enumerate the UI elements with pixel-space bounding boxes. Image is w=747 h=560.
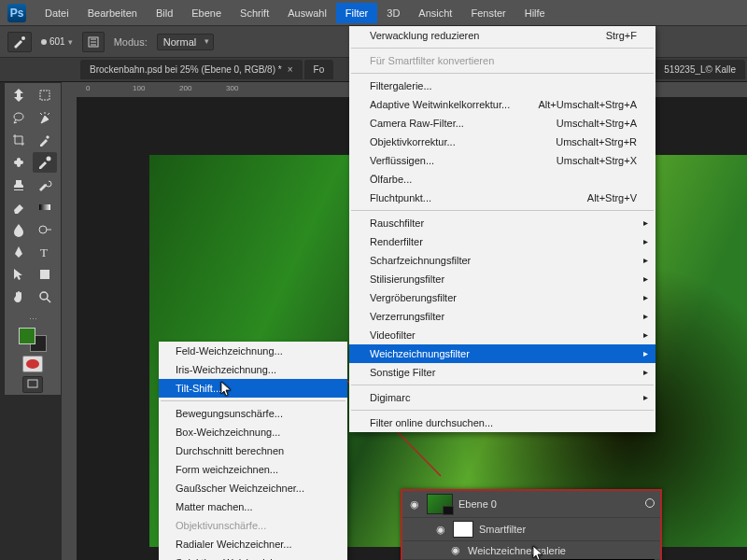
smart-object-icon (645, 498, 655, 510)
menuitem-oilpaint[interactable]: Ölfarbe... (349, 170, 655, 189)
modus-select[interactable]: Normal (157, 34, 214, 50)
menuitem-camera-raw[interactable]: Camera Raw-Filter...Umschalt+Strg+A (349, 114, 655, 133)
filter-menu: Verwacklung reduzierenStrg+F Für Smartfi… (349, 26, 655, 432)
menuitem-other[interactable]: Sonstige Filter (349, 363, 655, 382)
close-icon[interactable]: × (288, 64, 293, 75)
svg-point-6 (47, 157, 51, 161)
menuitem-browse-online[interactable]: Filter online durchsuchen... (349, 413, 655, 432)
svg-rect-10 (40, 270, 49, 279)
brush-tool[interactable] (33, 152, 57, 173)
submenu-average[interactable]: Durchschnitt berechnen (159, 441, 347, 460)
menu-ebene[interactable]: Ebene (182, 3, 231, 23)
tab-third[interactable]: 519235_L© Kalle (655, 60, 745, 79)
menu-fenster[interactable]: Fenster (461, 3, 514, 23)
eraser-tool[interactable] (7, 197, 31, 217)
history-brush-tool[interactable] (33, 175, 57, 195)
shape-tool[interactable] (33, 264, 57, 285)
marquee-tool[interactable] (33, 85, 57, 105)
tab-brockenbahn[interactable]: Brockenbahn.psd bei 25% (Ebene 0, RGB/8)… (80, 60, 303, 79)
menuitem-blur[interactable]: Weichzeichnungsfilter (349, 344, 655, 363)
dodge-tool[interactable] (33, 219, 57, 240)
submenu-motion[interactable]: Bewegungsunschärfe... (159, 404, 347, 423)
menu-auswahl[interactable]: Auswahl (278, 3, 336, 23)
svg-rect-2 (40, 91, 49, 100)
menu-hilfe[interactable]: Hilfe (515, 3, 555, 23)
visibility-icon[interactable]: ◉ (408, 498, 421, 511)
brush-size-value: 601 (49, 36, 65, 47)
crop-tool[interactable] (7, 130, 31, 150)
wand-tool[interactable] (33, 107, 57, 128)
pen-tool[interactable] (7, 242, 31, 262)
brush-tool-preset[interactable] (7, 32, 32, 52)
menu-bearbeiten[interactable]: Bearbeiten (78, 3, 147, 23)
menuitem-liquify[interactable]: Verflüssigen...Umschalt+Strg+X (349, 151, 655, 170)
menuitem-stylize[interactable]: Stilisierungsfilter (349, 270, 655, 288)
visibility-icon[interactable]: ◉ (449, 544, 462, 556)
menuitem-noise[interactable]: Rauschfilter (349, 214, 655, 232)
submenu-lens: Objektivunschärfe... (159, 516, 347, 535)
layer-row[interactable]: ◉ Weichzeichnergalerie (402, 541, 660, 560)
toolbox: T ⋯ (4, 82, 62, 396)
move-tool[interactable] (7, 85, 31, 105)
svg-rect-12 (28, 380, 37, 387)
menuitem-distort[interactable]: Verzerrungsfilter (349, 307, 655, 326)
fg-bg-swatch[interactable] (19, 328, 47, 352)
submenu-matter[interactable]: Matter machen... (159, 497, 347, 516)
visibility-icon[interactable]: ◉ (434, 524, 447, 536)
screen-mode-toggle[interactable] (22, 376, 43, 393)
submenu-gaussian[interactable]: Gaußscher Weichzeichner... (159, 479, 347, 497)
svg-point-8 (39, 226, 47, 233)
menuitem-pixelate[interactable]: Vergröberungsfilter (349, 288, 655, 307)
menu-3d[interactable]: 3D (377, 3, 409, 23)
menu-bild[interactable]: Bild (147, 3, 182, 23)
submenu-tiltshift[interactable]: Tilt-Shift... (159, 379, 347, 398)
menuitem-last-filter[interactable]: Verwacklung reduzierenStrg+F (349, 26, 655, 45)
layer-name: Ebene 0 (458, 498, 497, 510)
svg-point-3 (14, 113, 23, 120)
tab-second[interactable]: Fo (304, 60, 334, 79)
tab-label: 519235_L© Kalle (664, 64, 736, 75)
menu-datei[interactable]: Datei (35, 3, 78, 23)
svg-text:T: T (40, 245, 48, 259)
color-swatches: ⋯ (7, 315, 59, 393)
type-tool[interactable]: T (33, 242, 57, 262)
menu-schrift[interactable]: Schrift (231, 3, 278, 23)
submenu-box[interactable]: Box-Weichzeichnung... (159, 423, 347, 441)
brush-panel-toggle[interactable] (82, 32, 105, 52)
menuitem-video[interactable]: Videofilter (349, 326, 655, 344)
stamp-tool[interactable] (7, 175, 31, 195)
menubar: Ps Datei Bearbeiten Bild Ebene Schrift A… (0, 0, 747, 26)
menu-ansicht[interactable]: Ansicht (409, 3, 461, 23)
quick-mask-toggle[interactable] (22, 356, 43, 372)
submenu-selective[interactable]: Selektiver Weichzeichner... (159, 553, 347, 560)
gradient-tool[interactable] (33, 197, 57, 217)
blur-tool[interactable] (7, 219, 31, 240)
layer-row[interactable]: ◉ Smartfilter (402, 518, 660, 541)
brush-size-picker[interactable]: 601 ▾ (41, 36, 73, 47)
menuitem-vanishing[interactable]: Fluchtpunkt...Alt+Strg+V (349, 189, 655, 207)
layer-row[interactable]: ◉ Ebene 0 (402, 491, 660, 518)
menuitem-sharpen[interactable]: Scharfzeichnungsfilter (349, 251, 655, 270)
submenu-shape[interactable]: Form weichzeichnen... (159, 460, 347, 479)
submenu-feld[interactable]: Feld-Weichzeichnung... (159, 342, 347, 360)
menu-filter[interactable]: Filter (336, 3, 377, 23)
submenu-radial[interactable]: Radialer Weichzeichner... (159, 535, 347, 553)
lasso-tool[interactable] (7, 107, 31, 128)
layer-name: Smartfilter (479, 524, 526, 535)
svg-point-0 (21, 36, 25, 40)
menuitem-lens-corr[interactable]: Objektivkorrektur...Umschalt+Strg+R (349, 133, 655, 151)
hand-tool[interactable] (7, 287, 31, 307)
menuitem-render[interactable]: Renderfilter (349, 232, 655, 251)
layer-thumb (427, 494, 453, 514)
menuitem-filtergalerie[interactable]: Filtergalerie... (349, 77, 655, 95)
zoom-tool[interactable] (33, 287, 57, 307)
layers-panel: ◉ Ebene 0 ◉ Smartfilter ◉ Weichzeichnerg… (401, 489, 662, 560)
svg-point-11 (40, 292, 48, 300)
submenu-iris[interactable]: Iris-Weichzeichnung... (159, 360, 347, 379)
menuitem-digimarc[interactable]: Digimarc (349, 388, 655, 407)
eyedropper-tool[interactable] (33, 130, 57, 150)
path-select-tool[interactable] (7, 264, 31, 285)
blur-submenu: Feld-Weichzeichnung... Iris-Weichzeichnu… (159, 342, 347, 560)
menuitem-wideangle[interactable]: Adaptive Weitwinkelkorrektur...Alt+Umsch… (349, 95, 655, 114)
healing-tool[interactable] (7, 152, 31, 173)
